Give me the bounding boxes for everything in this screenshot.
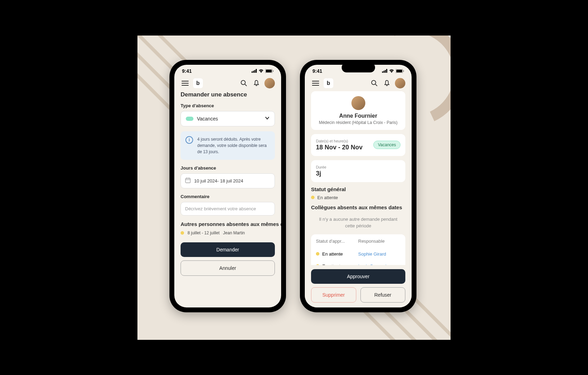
svg-point-26	[372, 80, 376, 85]
svg-line-27	[375, 84, 377, 86]
svg-rect-2	[254, 70, 255, 73]
col-status: Statut d'appr...	[316, 239, 358, 244]
svg-rect-17	[383, 71, 384, 73]
phone-right: 9:41 b	[300, 60, 416, 312]
type-value: Vacances	[197, 116, 261, 122]
appbar: b	[174, 76, 281, 91]
date-label: Date(s) et heure(s)	[316, 139, 363, 143]
status-heading: Statut général	[311, 186, 405, 192]
profile-avatar	[351, 96, 365, 110]
date-value: 10 juil 2024- 18 juil 2024	[194, 178, 243, 183]
approval-table: Statut d'appr... Responsable En attente …	[311, 234, 405, 265]
status-time: 9:41	[312, 68, 322, 74]
svg-rect-16	[382, 71, 383, 73]
dynamic-island	[342, 63, 375, 72]
app-logo[interactable]: b	[324, 78, 333, 88]
others-absent-row: 8 juillet - 12 juillet Jean Martin	[181, 231, 275, 235]
search-icon[interactable]	[239, 79, 248, 88]
submit-button[interactable]: Demander	[181, 242, 275, 257]
svg-rect-21	[396, 70, 402, 72]
row-status: En attente	[322, 251, 343, 257]
type-color-pill	[186, 117, 193, 121]
profile-card: Anne Fournier Médecin résident (Hôpital …	[311, 91, 405, 130]
signal-icon	[252, 69, 257, 73]
svg-point-10	[241, 80, 245, 85]
colleagues-empty: Il n'y a aucune autre demande pendant ce…	[311, 213, 405, 234]
comment-label: Commentaire	[181, 194, 275, 199]
bell-icon[interactable]	[382, 79, 391, 88]
avatar[interactable]	[264, 78, 275, 88]
svg-rect-5	[266, 70, 272, 72]
svg-rect-18	[385, 70, 386, 73]
comment-input[interactable]: Décrivez brièvement votre absence	[181, 202, 275, 216]
status-dot-icon	[181, 231, 184, 235]
info-box: i 4 jours seront déduits. Après votre de…	[181, 131, 275, 160]
date-range-input[interactable]: 10 juil 2024- 18 juil 2024	[181, 173, 275, 188]
date-card: Date(s) et heure(s) 18 Nov - 20 Nov Vaca…	[311, 134, 405, 156]
others-absent-title: Autres personnes absentes aux mêmes dat	[181, 221, 275, 227]
svg-rect-0	[252, 71, 253, 73]
svg-rect-1	[253, 71, 254, 73]
delete-button[interactable]: Supprimer	[311, 287, 356, 303]
wifi-icon	[259, 69, 264, 73]
type-label: Type d'absence	[181, 103, 275, 108]
cancel-button[interactable]: Annuler	[181, 260, 275, 276]
svg-rect-6	[273, 70, 273, 72]
svg-rect-3	[256, 69, 257, 73]
status-row: En attente	[311, 195, 405, 200]
others-name: Jean Martin	[223, 231, 245, 235]
status-time: 9:41	[182, 68, 192, 74]
wifi-icon	[389, 69, 394, 73]
battery-icon	[396, 69, 404, 73]
svg-rect-12	[185, 178, 190, 183]
menu-icon[interactable]	[181, 79, 190, 88]
absence-type-select[interactable]: Vacances	[181, 111, 275, 126]
menu-icon[interactable]	[311, 79, 320, 88]
duration-label: Durée	[316, 165, 400, 169]
phone-left: 9:41 b Demander une absenc	[169, 60, 286, 312]
type-badge: Vacances	[373, 141, 400, 149]
appbar: b	[305, 76, 412, 91]
table-row: En attente Louis Bernard	[311, 260, 405, 265]
approve-button[interactable]: Approuver	[311, 269, 405, 284]
others-date: 8 juillet - 12 juillet	[188, 231, 220, 235]
svg-rect-22	[403, 70, 404, 72]
calendar-icon	[185, 178, 191, 184]
duration-card: Durée 3j	[311, 160, 405, 182]
profile-name: Anne Fournier	[316, 113, 400, 119]
svg-line-11	[245, 84, 247, 86]
signal-icon	[382, 69, 388, 73]
status-value: En attente	[317, 195, 338, 200]
statusbar: 9:41	[174, 65, 281, 76]
status-dot-icon	[311, 196, 315, 199]
refuse-button[interactable]: Refuser	[360, 287, 406, 303]
col-responsible: Responsable	[358, 239, 401, 244]
action-bar: Approuver Supprimer Refuser	[305, 265, 412, 307]
avatar[interactable]	[395, 78, 405, 88]
app-logo[interactable]: b	[193, 78, 203, 88]
table-row: En attente Sophie Girard	[311, 248, 405, 260]
comment-placeholder: Décrivez brièvement votre absence	[185, 206, 256, 211]
chevron-down-icon	[265, 116, 270, 122]
date-value: 18 Nov - 20 Nov	[316, 144, 363, 151]
days-label: Jours d'absence	[181, 165, 275, 171]
status-dot-icon	[316, 252, 319, 256]
battery-icon	[265, 69, 273, 73]
bell-icon[interactable]	[252, 79, 261, 88]
info-icon: i	[185, 136, 193, 144]
colleagues-heading: Collègues absents aux mêmes dates	[311, 204, 405, 210]
info-text: 4 jours seront déduits. Après votre dema…	[197, 136, 270, 155]
svg-rect-19	[386, 69, 387, 73]
page-title: Demander une absence	[181, 91, 275, 98]
row-name[interactable]: Sophie Girard	[358, 251, 401, 257]
duration-value: 3j	[316, 170, 400, 177]
search-icon[interactable]	[370, 79, 379, 88]
profile-subtitle: Médecin résident (Hôpital La Croix - Par…	[316, 120, 400, 125]
